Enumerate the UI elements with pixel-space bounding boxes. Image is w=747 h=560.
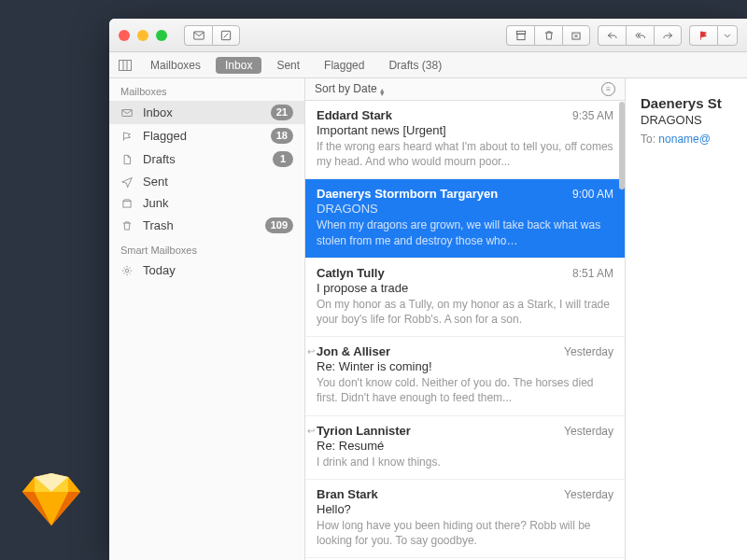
sidebar-label: Junk (143, 196, 293, 210)
message-preview: When my dragons are grown, we will take … (317, 217, 613, 247)
inbox-icon (120, 106, 134, 119)
message-subject: DRAGONS (317, 202, 613, 216)
message-time: 9:00 AM (572, 188, 613, 201)
message-item[interactable]: ↩Jon & AlliserYesterdayRe: Winter is com… (305, 337, 625, 415)
sidebar-item-today[interactable]: Today (109, 259, 304, 281)
junk-icon (570, 29, 583, 42)
svg-rect-3 (516, 34, 524, 39)
message-time: Yesterday (564, 425, 613, 438)
get-mail-button[interactable] (184, 25, 212, 46)
tab-drafts[interactable]: Drafts (38) (379, 57, 451, 74)
message-subject: Re: Winter is coming! (317, 359, 613, 373)
tab-mailboxes[interactable]: Mailboxes (141, 57, 210, 74)
sidebar: Mailboxes Inbox 21 Flagged 18 Drafts 1 S… (109, 78, 305, 560)
message-preview: How long have you been hiding out there?… (317, 518, 613, 548)
svg-rect-8 (122, 109, 133, 116)
reply-indicator-icon: ↩ (307, 346, 315, 357)
sidebar-item-trash[interactable]: Trash 109 (109, 214, 304, 237)
message-list-body: Eddard Stark9:35 AMImportant news [Urgen… (305, 101, 625, 560)
sidebar-label: Flagged (143, 129, 261, 143)
flag-button[interactable] (689, 25, 717, 46)
flag-icon (120, 130, 134, 143)
close-window-button[interactable] (119, 30, 130, 41)
flag-group (689, 25, 738, 46)
message-list: Sort by Date▲▼ ≡ Eddard Stark9:35 AMImpo… (305, 78, 626, 560)
message-item[interactable]: Catlyn Tully8:51 AMI propose a tradeOn m… (305, 259, 625, 337)
sidebar-label: Drafts (143, 152, 263, 166)
message-item[interactable]: ↩Tyrion LannisterYesterdayRe: ResuméI dr… (305, 416, 625, 480)
reading-pane: Daenerys St DRAGONS To: noname@ (626, 78, 747, 560)
chevron-down-icon (721, 29, 734, 42)
reader-from: Daenerys St (641, 95, 747, 111)
message-preview: On my honor as a Tully, on my honor as a… (317, 297, 613, 327)
minimize-window-button[interactable] (137, 30, 148, 41)
reply-button[interactable] (598, 25, 626, 46)
recipient-email: noname@ (658, 133, 711, 146)
message-preview: If the wrong ears heard what I'm about t… (317, 139, 613, 169)
reader-subject: DRAGONS (641, 113, 747, 127)
maximize-window-button[interactable] (156, 30, 167, 41)
message-sender: Bran Stark (317, 487, 378, 501)
message-preview: I drink and I know things. (317, 455, 613, 469)
message-time: 8:51 AM (572, 267, 613, 280)
message-item[interactable]: Daenerys Stormborn Targaryen9:00 AMDRAGO… (305, 179, 625, 258)
tab-sent[interactable]: Sent (267, 57, 309, 74)
scrollbar-thumb[interactable] (619, 102, 625, 189)
sidebar-item-junk[interactable]: Junk (109, 192, 304, 214)
sidebar-label: Sent (143, 175, 293, 189)
sidebar-item-sent[interactable]: Sent (109, 171, 304, 192)
archive-icon (514, 29, 528, 42)
mail-compose-group (184, 25, 240, 46)
filter-icon[interactable]: ≡ (601, 82, 615, 96)
svg-point-10 (125, 269, 129, 273)
archive-button[interactable] (506, 25, 534, 46)
favorites-bar: Mailboxes Inbox Sent Flagged Drafts (38) (109, 52, 747, 78)
tab-flagged[interactable]: Flagged (315, 57, 374, 74)
sidebar-header-smart: Smart Mailboxes (109, 237, 304, 259)
reader-to: To: noname@ (641, 133, 747, 146)
tab-inbox[interactable]: Inbox (216, 57, 261, 74)
sidebar-header-mailboxes: Mailboxes (109, 78, 304, 101)
junk-box-icon (120, 197, 134, 210)
message-sender: Jon & Alliser (317, 344, 390, 358)
trash-icon (120, 219, 134, 232)
badge: 18 (271, 128, 293, 144)
sidebar-item-flagged[interactable]: Flagged 18 (109, 124, 304, 147)
svg-rect-9 (123, 201, 131, 206)
content-area: Mailboxes Inbox 21 Flagged 18 Drafts 1 S… (109, 78, 747, 560)
flag-icon (698, 29, 711, 42)
delete-group (506, 25, 590, 46)
message-time: Yesterday (564, 488, 613, 501)
trash-icon (543, 29, 556, 42)
message-time: Yesterday (564, 345, 613, 358)
sidebar-item-drafts[interactable]: Drafts 1 (109, 147, 304, 171)
message-subject: Important news [Urgent] (317, 123, 613, 137)
message-time: 9:35 AM (572, 109, 613, 122)
message-subject: Hello? (317, 502, 613, 516)
sort-arrows-icon: ▲▼ (379, 89, 386, 96)
sort-bar[interactable]: Sort by Date▲▼ ≡ (305, 78, 625, 101)
document-icon (120, 153, 134, 166)
reply-all-button[interactable] (626, 25, 654, 46)
message-item[interactable]: Bran StarkYesterdayHello?How long have y… (305, 480, 625, 558)
sort-label: Sort by Date (315, 82, 377, 95)
window-controls (119, 30, 167, 41)
badge: 21 (271, 105, 293, 120)
junk-button[interactable] (562, 25, 590, 46)
sidebar-label: Inbox (143, 105, 261, 119)
sidebar-item-inbox[interactable]: Inbox 21 (109, 101, 304, 124)
message-sender: Daenerys Stormborn Targaryen (317, 187, 498, 201)
message-item[interactable]: Eddard Stark9:35 AMImportant news [Urgen… (305, 101, 625, 179)
paper-plane-icon (120, 175, 134, 189)
sidebar-label: Trash (143, 218, 256, 232)
message-subject: I propose a trade (317, 281, 613, 295)
reply-icon (606, 29, 619, 42)
mail-window: Mailboxes Inbox Sent Flagged Drafts (38)… (109, 19, 747, 560)
delete-button[interactable] (534, 25, 562, 46)
forward-button[interactable] (654, 25, 682, 46)
flag-dropdown-button[interactable] (717, 25, 738, 46)
gear-icon (120, 264, 134, 277)
message-preview: You don't know cold. Neither of you do. … (317, 375, 613, 405)
compose-button[interactable] (212, 25, 240, 46)
reply-indicator-icon: ↩ (307, 426, 315, 436)
